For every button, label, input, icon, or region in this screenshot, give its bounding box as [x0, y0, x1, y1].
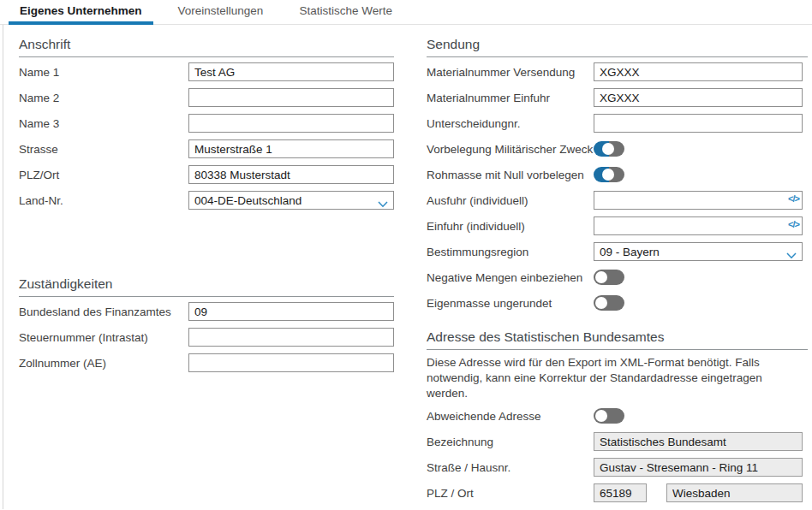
plzort-input[interactable] [188, 165, 394, 184]
field-row-militaerischer-zweck: Vorbelegung Militärischer Zweck [427, 139, 808, 158]
negative-mengen-label: Negative Mengen einbeziehen [427, 271, 594, 284]
section-title-sendung: Sendung [427, 37, 808, 57]
eigenmasse-label: Eigenmasse ungerundet [427, 297, 594, 310]
name1-input[interactable] [188, 62, 394, 81]
strasse-hausnr-input [594, 458, 803, 477]
unterscheidungnr-label: Unterscheidungnr. [427, 117, 594, 130]
eigenmasse-toggle[interactable] [594, 295, 624, 311]
landnr-label: Land-Nr. [19, 194, 188, 207]
matnr-versendung-label: Materialnummer Versendung [427, 66, 594, 79]
rohmasse-toggle[interactable] [594, 167, 624, 182]
section-title-adresse: Adresse des Statistischen Bundesamtes [427, 329, 808, 350]
strasse-label: Strasse [19, 143, 188, 156]
bundesland-input[interactable] [188, 302, 394, 321]
field-row-einfuhr: Einfuhr (individuell) </> [427, 216, 808, 235]
einfuhr-label: Einfuhr (individuell) [427, 220, 594, 233]
field-row-abweichende-adresse: Abweichende Adresse [427, 406, 808, 425]
section-sendung: Sendung Materialnummer Versendung Materi… [427, 37, 808, 312]
militaerischer-zweck-label: Vorbelegung Militärischer Zweck [427, 143, 594, 156]
landnr-select[interactable]: 004-DE-Deutschland [188, 191, 394, 210]
field-row-name3: Name 3 [19, 114, 394, 133]
abweichende-adresse-label: Abweichende Adresse [427, 410, 594, 423]
landnr-select-value: 004-DE-Deutschland [194, 194, 302, 207]
toggle-knob [602, 143, 614, 155]
field-row-strasse-hausnr: Straße / Hausnr. [427, 458, 808, 477]
field-row-rohmasse: Rohmasse mit Null vorbelegen [427, 165, 808, 184]
rohmasse-label: Rohmasse mit Null vorbelegen [427, 169, 594, 181]
section-anschrift: Anschrift Name 1 Name 2 Name 3 [19, 37, 394, 210]
toggle-knob [595, 271, 607, 283]
zollnummer-label: Zollnummer (AE) [19, 357, 188, 370]
field-row-negative-mengen: Negative Mengen einbeziehen [427, 268, 808, 287]
chevron-down-icon [786, 249, 797, 262]
plz-input [594, 483, 647, 502]
bezeichnung-label: Bezeichnung [427, 436, 594, 448]
field-row-unterscheidungnr: Unterscheidungnr. [427, 114, 808, 133]
tab-voreinstellungen[interactable]: Voreinstellungen [167, 0, 275, 24]
toggle-knob [602, 169, 614, 181]
bezeichnung-input [594, 432, 803, 451]
tab-eigenes-unternehmen[interactable]: Eigenes Unternehmen [9, 0, 153, 24]
ausfuhr-input[interactable] [594, 191, 803, 210]
negative-mengen-toggle[interactable] [594, 270, 624, 285]
ausfuhr-label: Ausfuhr (individuell) [427, 194, 594, 207]
section-zustaendigkeiten: Zuständigkeiten Bundesland des Finanzamt… [19, 276, 394, 372]
plzort-label: PLZ/Ort [19, 169, 188, 181]
code-icon[interactable]: </> [788, 193, 799, 204]
tab-statistische-werte[interactable]: Statistische Werte [288, 0, 403, 24]
field-row-steuernummer: Steuernummer (Intrastat) [19, 328, 394, 347]
bestimmungsregion-select-value: 09 - Bayern [600, 246, 660, 258]
strasse-input[interactable] [188, 139, 394, 158]
field-row-eigenmasse: Eigenmasse ungerundet [427, 294, 808, 312]
ort-input [666, 483, 803, 502]
matnr-versendung-input[interactable] [594, 62, 803, 81]
plz-ort-label: PLZ / Ort [427, 487, 594, 500]
field-row-strasse: Strasse [19, 139, 394, 158]
zollnummer-input[interactable] [188, 353, 394, 372]
matnr-einfuhr-input[interactable] [594, 88, 803, 107]
code-icon[interactable]: </> [788, 219, 799, 229]
section-title-zustaendigkeiten: Zuständigkeiten [19, 276, 394, 297]
toggle-knob [595, 410, 607, 422]
settings-panel: Anschrift Name 1 Name 2 Name 3 [3, 25, 812, 509]
chevron-down-icon [378, 198, 388, 211]
field-row-bezeichnung: Bezeichnung [427, 432, 808, 451]
name3-label: Name 3 [19, 117, 188, 130]
name2-input[interactable] [188, 88, 394, 107]
field-row-name1: Name 1 [19, 62, 394, 81]
unterscheidungnr-input[interactable] [594, 114, 803, 133]
field-row-bestimmungsregion: Bestimmungsregion 09 - Bayern [427, 242, 808, 261]
field-row-ausfuhr: Ausfuhr (individuell) </> [427, 191, 808, 210]
field-row-name2: Name 2 [19, 88, 394, 107]
militaerischer-zweck-toggle[interactable] [594, 141, 624, 157]
name2-label: Name 2 [19, 92, 188, 104]
matnr-einfuhr-label: Materialnummer Einfuhr [427, 92, 594, 104]
field-row-landnr: Land-Nr. 004-DE-Deutschland [19, 191, 394, 210]
steuernummer-input[interactable] [188, 328, 394, 347]
strasse-hausnr-label: Straße / Hausnr. [427, 461, 594, 474]
bundesland-label: Bundesland des Finanzamtes [19, 305, 188, 318]
field-row-plz-ort: PLZ / Ort [427, 483, 808, 502]
field-row-plzort: PLZ/Ort [19, 165, 394, 184]
bestimmungsregion-label: Bestimmungsregion [427, 246, 594, 258]
abweichende-adresse-toggle[interactable] [594, 408, 624, 424]
bestimmungsregion-select[interactable]: 09 - Bayern [594, 242, 803, 261]
field-row-matnr-einfuhr: Materialnummer Einfuhr [427, 88, 808, 107]
tab-bar: Eigenes Unternehmen Voreinstellungen Sta… [0, 0, 812, 25]
field-row-zollnummer: Zollnummer (AE) [19, 353, 394, 372]
toggle-knob [595, 297, 607, 309]
adresse-description: Diese Adresse wird für den Export im XML… [427, 355, 795, 401]
steuernummer-label: Steuernummer (Intrastat) [19, 331, 188, 344]
name1-label: Name 1 [19, 66, 188, 79]
einfuhr-input[interactable] [594, 216, 803, 235]
field-row-matnr-versendung: Materialnummer Versendung [427, 62, 808, 81]
field-row-bundesland: Bundesland des Finanzamtes [19, 302, 394, 321]
section-adresse-bundesamt: Adresse des Statistischen Bundesamtes Di… [427, 329, 808, 502]
section-title-anschrift: Anschrift [19, 37, 394, 57]
name3-input[interactable] [188, 114, 394, 133]
